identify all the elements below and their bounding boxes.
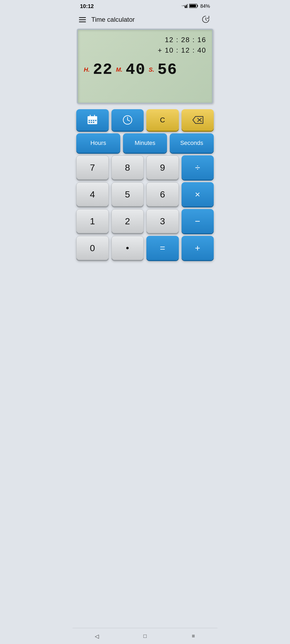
history-icon: [201, 15, 210, 24]
divide-label: ÷: [195, 162, 200, 173]
status-right: ⁺⁴G 84%: [182, 3, 210, 9]
unit-buttons-row: Hours Minutes Seconds: [76, 133, 214, 153]
svg-rect-3: [187, 4, 187, 8]
minutes-label: M.: [116, 66, 122, 73]
dot-label: •: [126, 243, 129, 253]
hours-label: H.: [84, 66, 90, 73]
3-button[interactable]: 3: [146, 209, 179, 233]
svg-line-20: [128, 120, 130, 121]
2-button[interactable]: 2: [111, 209, 144, 233]
svg-rect-11: [89, 120, 90, 121]
display-line1: 12 : 28 : 16: [84, 35, 206, 45]
svg-rect-15: [89, 122, 90, 123]
6-button[interactable]: 6: [146, 182, 179, 206]
status-bar: 10:12 ⁺⁴G 84%: [73, 0, 218, 12]
1-label: 1: [90, 216, 95, 226]
calculator-display: 12 : 28 : 16 + 10 : 12 : 40 H. 22 M. 40 …: [77, 29, 213, 104]
6-label: 6: [160, 189, 165, 200]
display-line2: + 10 : 12 : 40: [84, 45, 206, 56]
1-button[interactable]: 1: [76, 209, 109, 233]
0-button[interactable]: 0: [76, 236, 109, 260]
signal-icon: ⁺⁴G: [182, 3, 187, 9]
hours-button-label: Hours: [90, 140, 106, 147]
hours-button[interactable]: Hours: [76, 133, 120, 153]
4-button[interactable]: 4: [76, 182, 109, 206]
2-label: 2: [125, 216, 130, 226]
dot-button[interactable]: •: [111, 236, 144, 260]
svg-rect-17: [93, 122, 94, 123]
numpad-grid: 789÷456×123−0•=+: [76, 155, 214, 260]
backspace-icon: [192, 115, 204, 125]
clock-button[interactable]: [111, 109, 144, 131]
calendar-button[interactable]: [76, 109, 109, 131]
svg-text:⁺⁴G: ⁺⁴G: [182, 5, 187, 8]
multiply-button[interactable]: ×: [182, 182, 214, 206]
multiply-label: ×: [195, 189, 200, 200]
7-label: 7: [90, 162, 95, 173]
seconds-button-label: Seconds: [180, 140, 203, 147]
0-label: 0: [90, 243, 95, 253]
divide-button[interactable]: ÷: [182, 155, 214, 180]
8-button[interactable]: 8: [111, 155, 144, 180]
subtract-label: −: [195, 216, 200, 226]
svg-rect-2: [186, 5, 187, 8]
backspace-button[interactable]: [182, 109, 214, 131]
add-button[interactable]: +: [182, 236, 214, 260]
seconds-label: S.: [149, 66, 154, 73]
seconds-value: 56: [158, 61, 177, 78]
4-label: 4: [90, 189, 95, 200]
8-label: 8: [125, 162, 130, 173]
hours-value: 22: [93, 61, 113, 78]
subtract-button[interactable]: −: [182, 209, 214, 233]
9-button[interactable]: 9: [146, 155, 179, 180]
calendar-icon: [86, 114, 98, 126]
battery-icon: [189, 3, 199, 9]
5-button[interactable]: 5: [111, 182, 144, 206]
header-left: Time calculator: [79, 16, 135, 23]
history-button[interactable]: [200, 14, 211, 25]
clear-button[interactable]: C: [146, 109, 179, 131]
svg-rect-6: [190, 5, 196, 7]
equals-label: =: [160, 243, 165, 253]
3-label: 3: [160, 216, 165, 226]
add-label: +: [195, 243, 200, 253]
svg-rect-16: [91, 122, 92, 123]
clock-icon: [122, 114, 133, 126]
keypad-area: C Hours Minutes Seconds 789÷456×123−0•=+: [73, 109, 218, 264]
display-expression: 12 : 28 : 16 + 10 : 12 : 40: [84, 35, 206, 56]
svg-rect-14: [95, 120, 96, 121]
5-label: 5: [125, 189, 130, 200]
page-title: Time calculator: [91, 16, 135, 23]
battery-pct: 84%: [200, 3, 210, 9]
seconds-button[interactable]: Seconds: [170, 133, 214, 153]
display-result: H. 22 M. 40 S. 56: [84, 61, 206, 78]
equals-button[interactable]: =: [146, 236, 179, 260]
svg-rect-8: [88, 116, 97, 119]
svg-rect-12: [91, 120, 92, 121]
clear-label: C: [160, 116, 165, 124]
minutes-value: 40: [126, 61, 146, 78]
status-time: 10:12: [80, 3, 94, 9]
menu-button[interactable]: [79, 17, 86, 22]
svg-rect-5: [197, 5, 198, 7]
minutes-button-label: Minutes: [135, 140, 155, 147]
svg-rect-13: [93, 120, 94, 121]
7-button[interactable]: 7: [76, 155, 109, 180]
9-label: 9: [160, 162, 165, 173]
top-buttons-row: C: [76, 109, 214, 131]
minutes-button[interactable]: Minutes: [123, 133, 167, 153]
svg-rect-1: [185, 6, 186, 8]
header: Time calculator: [73, 12, 218, 29]
